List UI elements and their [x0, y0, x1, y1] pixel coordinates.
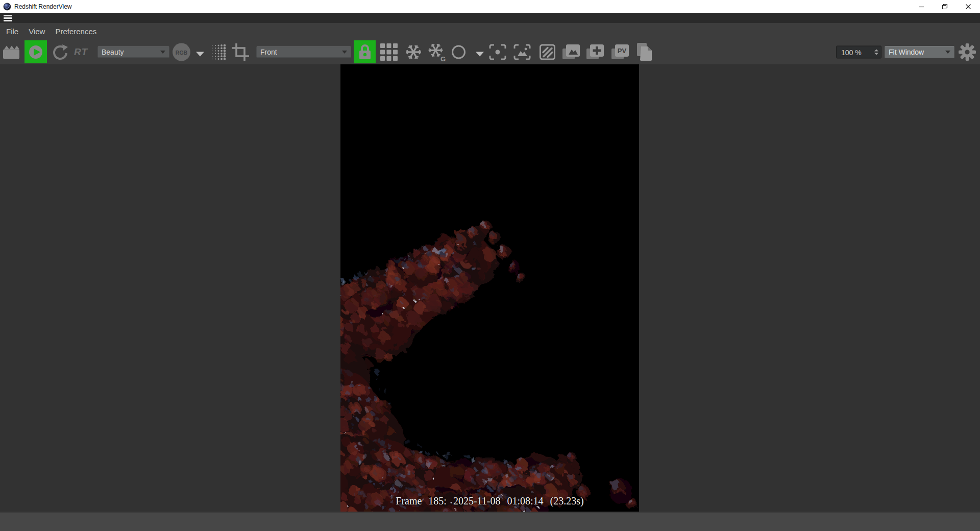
- copy-icon[interactable]: [635, 42, 654, 62]
- gear-icon[interactable]: [958, 43, 976, 61]
- minimize-button[interactable]: [910, 0, 933, 13]
- fit-mode-dropdown[interactable]: Fit Window: [885, 46, 954, 58]
- aov-dropdown[interactable]: Beauty: [97, 46, 169, 58]
- bucket-grid-icon[interactable]: [380, 43, 398, 61]
- hamburger-bar: [0, 13, 980, 23]
- zoom-level-value: 100 %: [841, 48, 862, 56]
- close-button[interactable]: [957, 0, 980, 13]
- render-image[interactable]: Frame 185: 2025-11-08 01:08:14 (23.23s): [340, 64, 639, 512]
- aov-dropdown-value: Beauty: [102, 48, 124, 56]
- window-title: Redshift RenderView: [14, 3, 72, 10]
- snowflake-g-icon[interactable]: G: [428, 42, 447, 62]
- start-render-button[interactable]: [24, 40, 47, 63]
- window-controls: [910, 0, 980, 13]
- redshift-renderview-window: Redshift RenderView File View Preference…: [0, 0, 980, 531]
- chevron-down-icon: [945, 51, 950, 56]
- lock-camera-button[interactable]: [354, 40, 376, 63]
- snapshot-add-icon[interactable]: [585, 43, 605, 61]
- snowflake-icon[interactable]: [404, 42, 423, 62]
- bottom-bar: [0, 512, 980, 531]
- viewport: Frame 185: 2025-11-08 01:08:14 (23.23s): [0, 64, 980, 512]
- app-icon: [3, 3, 11, 11]
- fit-mode-value: Fit Window: [889, 48, 924, 56]
- svg-text:G: G: [440, 55, 446, 62]
- chevron-down-icon: [342, 51, 347, 56]
- region-render-icon[interactable]: [513, 44, 531, 60]
- camera-dropdown-value: Front: [260, 48, 277, 56]
- rt-icon[interactable]: RT: [74, 46, 88, 58]
- menu-preferences[interactable]: Preferences: [54, 25, 97, 38]
- titlebar: Redshift RenderView: [0, 0, 980, 13]
- menu-view[interactable]: View: [28, 25, 46, 38]
- zoom-level-input[interactable]: 100 %: [836, 46, 881, 59]
- svg-text:PV: PV: [618, 47, 627, 55]
- checker-overlay-icon[interactable]: [539, 44, 556, 61]
- restart-render-icon[interactable]: [51, 43, 68, 61]
- menu-file[interactable]: File: [5, 25, 19, 38]
- region-dropdown-arrow-icon[interactable]: [476, 52, 484, 61]
- clapper-icon[interactable]: [3, 44, 20, 60]
- snapshot-image-icon[interactable]: [561, 43, 581, 61]
- rgb-dropdown-arrow-icon[interactable]: [196, 52, 204, 61]
- hamburger-menu-icon[interactable]: [4, 15, 12, 21]
- rgb-channel-button[interactable]: RGB: [173, 43, 190, 61]
- spinner-arrows-icon[interactable]: [874, 47, 878, 57]
- toolbar: RT Beauty RGB Front: [0, 40, 980, 64]
- restore-button[interactable]: [933, 0, 957, 13]
- dither-icon[interactable]: [210, 43, 227, 61]
- crop-icon[interactable]: [231, 42, 250, 62]
- snapshot-pv-icon[interactable]: PV: [610, 43, 630, 61]
- chevron-down-icon: [160, 51, 165, 56]
- focus-picker-icon[interactable]: [489, 44, 506, 60]
- region-circle-icon[interactable]: [452, 45, 465, 59]
- camera-dropdown[interactable]: Front: [256, 46, 351, 58]
- menubar: File View Preferences: [0, 23, 980, 40]
- rgb-icon: RGB: [176, 49, 187, 55]
